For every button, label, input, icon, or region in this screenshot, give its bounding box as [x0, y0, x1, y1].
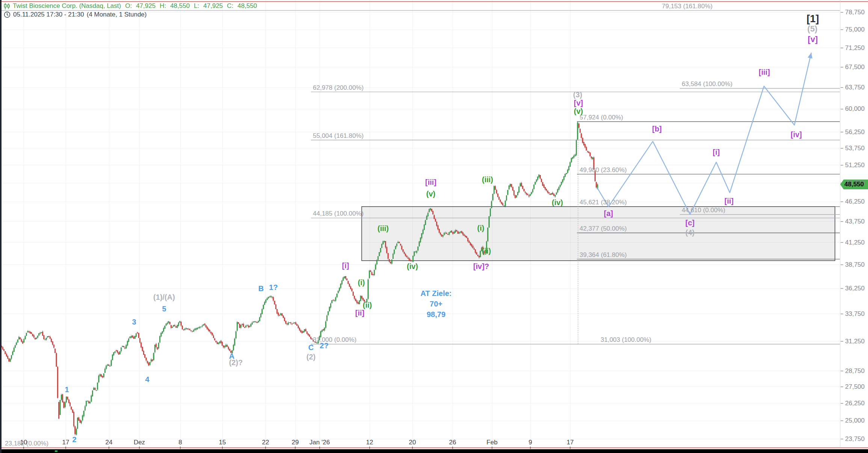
ohlc-close-label: C:: [227, 2, 233, 10]
symbol-header[interactable]: Twist Bioscience Corp. (Nasdaq, Last) O:…: [4, 2, 258, 10]
wave-projection-line[interactable]: [597, 53, 811, 214]
chart-root: 62,978 (200.00%)55,004 (161.80%)44,185 (…: [0, 0, 868, 453]
ohlc-close: 48,550: [237, 2, 257, 10]
price-target-note[interactable]: AT Ziele: 70+ 98,79: [421, 288, 452, 320]
ohlc-low-label: L:: [194, 2, 199, 10]
ohlc-low: 47,925: [203, 2, 223, 10]
ohlc-high: 48,550: [170, 2, 190, 10]
candlestick-icon: [4, 3, 10, 10]
candlestick-series[interactable]: [1, 122, 598, 435]
ohlc-high-label: H:: [160, 2, 166, 10]
scrollbar-marker: [55, 450, 57, 452]
bottom-border-line: [0, 447, 868, 448]
chart-range: (4 Monate, 1 Stunde): [87, 11, 147, 18]
target-note-line2: 70+: [421, 299, 452, 309]
candlestick-chart-canvas[interactable]: [0, 0, 868, 453]
chart-datetime: 05.11.2025 17:30 - 21:30: [13, 11, 84, 18]
target-note-line1: AT Ziele:: [421, 288, 452, 299]
projection-arrowhead: [808, 53, 812, 59]
bottom-scrollbar[interactable]: [0, 449, 868, 453]
clock-icon: [4, 11, 11, 18]
ohlc-open-label: O:: [125, 2, 132, 10]
last-price-badge-value: 48,550: [844, 181, 864, 188]
left-edge-strip: [0, 0, 2, 453]
ohlc-open: 47,925: [136, 2, 155, 10]
date-range-header: 05.11.2025 17:30 - 21:30 (4 Monate, 1 St…: [4, 11, 146, 18]
symbol-name: Twist Bioscience Corp. (Nasdaq, Last): [13, 2, 121, 10]
top-border-line: [0, 1, 868, 2]
target-note-line3: 98,79: [421, 309, 452, 320]
